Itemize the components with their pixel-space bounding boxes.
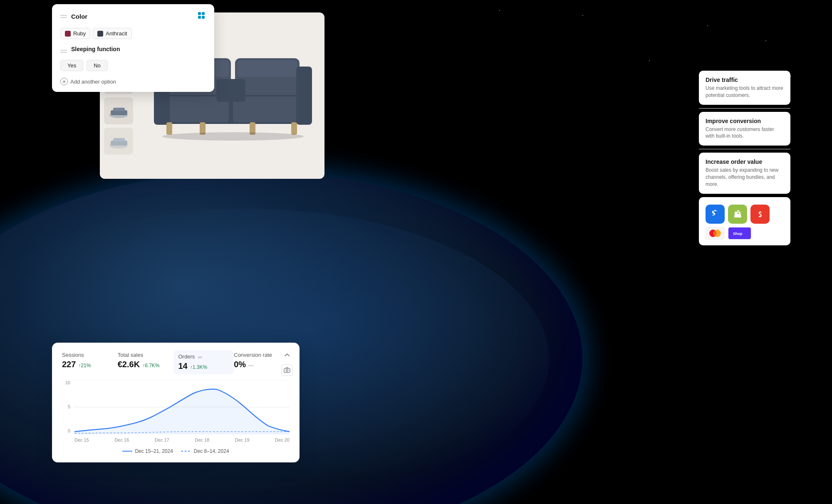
- total-sales-metric: Total sales €2.6K ↑6.7K%: [118, 352, 173, 373]
- legend-previous-label: Dec 8–14, 2024: [194, 448, 229, 454]
- color-options-card: Color Ruby Anthracit Sleeping function: [52, 4, 214, 92]
- anthracit-dot: [97, 31, 103, 37]
- x-label-dec16: Dec 16: [114, 437, 129, 442]
- anthracit-label: Anthracit: [106, 30, 127, 37]
- orders-change: ↑1.3K%: [190, 364, 207, 370]
- legend-previous: Dec 8–14, 2024: [181, 448, 229, 454]
- color-card-title: Color: [71, 13, 87, 20]
- chart-container: 0 5 10 Dec 15 Dec 16 Dec 17 Dec 18 Dec 1…: [62, 380, 290, 442]
- orders-value: 14: [178, 361, 188, 371]
- yes-btn[interactable]: Yes: [60, 60, 83, 71]
- payment-icons-row: Shop: [706, 227, 784, 240]
- svg-rect-19: [237, 60, 297, 77]
- metrics-row: Sessions 227 ↑21% Total sales €2.6K ↑6.7…: [62, 352, 290, 373]
- increase-order-title: Increase order value: [706, 158, 784, 165]
- svg-rect-24: [296, 67, 312, 125]
- apps-card: Shop: [699, 197, 790, 245]
- thumbnail-3[interactable]: [104, 97, 133, 124]
- divider-1: [699, 108, 790, 109]
- divider-2: [699, 149, 790, 149]
- thumbnail-4[interactable]: [104, 128, 133, 155]
- x-label-dec15: Dec 15: [74, 437, 89, 442]
- no-btn[interactable]: No: [87, 60, 108, 71]
- total-sales-label: Total sales: [118, 352, 168, 358]
- x-axis: Dec 15 Dec 16 Dec 17 Dec 18 Dec 19 Dec 2…: [74, 437, 290, 442]
- y-label-10: 10: [62, 380, 70, 385]
- svg-rect-29: [216, 79, 245, 102]
- y-label-0: 0: [62, 428, 70, 433]
- conversion-change: —: [248, 363, 253, 368]
- chart-legend: Dec 15–21, 2024 Dec 8–14, 2024: [62, 448, 290, 454]
- svg-point-35: [286, 370, 288, 372]
- shop-pay-icon: Shop: [728, 227, 751, 240]
- improve-conversion-title: Improve conversion: [706, 118, 784, 124]
- sleeping-function-section: Sleeping function Yes No: [60, 46, 206, 71]
- svg-point-30: [162, 132, 304, 141]
- color-swatches-row: Ruby Anthracit: [60, 28, 206, 39]
- svg-rect-12: [113, 108, 125, 111]
- svg-rect-3: [202, 16, 205, 19]
- svg-rect-0: [198, 12, 201, 15]
- sessions-metric: Sessions 227 ↑21%: [62, 352, 118, 373]
- y-label-5: 5: [62, 404, 70, 409]
- svg-rect-28: [291, 122, 297, 135]
- orders-metric: Orders ✏ 14 ↑1.3K%: [173, 350, 234, 374]
- svg-rect-1: [202, 12, 205, 15]
- collapse-btn[interactable]: [281, 349, 293, 361]
- sleep-drag-handle[interactable]: [60, 50, 67, 53]
- drive-traffic-title: Drive traffic: [706, 77, 784, 83]
- shopify-s-icon[interactable]: [750, 205, 770, 224]
- right-panel: Drive traffic Use marketing tools to att…: [699, 71, 790, 245]
- screenshot-btn[interactable]: [281, 364, 293, 376]
- legend-solid-line: [122, 451, 132, 452]
- ruby-dot: [65, 31, 71, 37]
- x-label-dec19: Dec 19: [235, 437, 250, 442]
- total-sales-value: €2.6K: [118, 360, 140, 369]
- total-sales-change: ↑6.7K%: [142, 363, 159, 368]
- sleep-options-row: Yes No: [60, 60, 206, 71]
- conversion-label: Conversion rate: [234, 352, 285, 358]
- sessions-label: Sessions: [62, 352, 113, 358]
- sleep-title: Sleeping function: [71, 46, 120, 52]
- drive-traffic-desc: Use marketing tools to attract more pote…: [706, 85, 784, 99]
- shopify-blue-icon[interactable]: [706, 205, 725, 224]
- legend-dashed-line: [181, 451, 191, 452]
- x-label-dec20: Dec 20: [275, 437, 290, 442]
- legend-current: Dec 15–21, 2024: [122, 448, 173, 454]
- orders-label: Orders: [178, 353, 195, 360]
- y-axis: 0 5 10: [62, 380, 70, 442]
- orders-header: Orders ✏: [178, 353, 229, 361]
- x-label-dec18: Dec 18: [195, 437, 209, 442]
- ruby-label: Ruby: [73, 30, 86, 37]
- increase-order-card: Increase order value Boost sales by expa…: [699, 153, 790, 193]
- chart-svg: [74, 380, 290, 434]
- orders-edit-icon[interactable]: ✏: [198, 354, 203, 361]
- conversion-value: 0%: [234, 360, 246, 369]
- x-label-dec17: Dec 17: [155, 437, 169, 442]
- plus-icon: +: [60, 78, 68, 85]
- svg-rect-25: [166, 122, 172, 135]
- svg-rect-34: [284, 368, 290, 373]
- analytics-card: Sessions 227 ↑21% Total sales €2.6K ↑6.7…: [52, 343, 300, 462]
- shopify-bag-icon[interactable]: [728, 205, 747, 224]
- drag-handle[interactable]: [60, 15, 67, 18]
- app-icons-row: [706, 205, 784, 224]
- drive-traffic-card: Drive traffic Use marketing tools to att…: [699, 71, 790, 105]
- svg-text:Shop: Shop: [733, 232, 743, 236]
- svg-rect-2: [198, 16, 201, 19]
- svg-rect-15: [113, 138, 125, 141]
- sessions-change: ↑21%: [78, 363, 91, 368]
- sessions-value: 227: [62, 360, 76, 369]
- increase-order-desc: Boost sales by expanding to new channels…: [706, 167, 784, 188]
- color-card-header: Color: [60, 11, 206, 22]
- add-option-label: Add another option: [70, 79, 116, 85]
- add-option-btn[interactable]: + Add another option: [60, 78, 206, 85]
- legend-current-label: Dec 15–21, 2024: [135, 448, 173, 454]
- improve-conversion-card: Improve conversion Convert more customer…: [699, 112, 790, 146]
- mastercard-icon: [706, 227, 725, 240]
- anthracit-color-btn[interactable]: Anthracit: [93, 28, 131, 39]
- improve-conversion-desc: Convert more customers faster with built…: [706, 126, 784, 140]
- ruby-color-btn[interactable]: Ruby: [60, 28, 90, 39]
- shopify-polaris-icon: [197, 11, 206, 22]
